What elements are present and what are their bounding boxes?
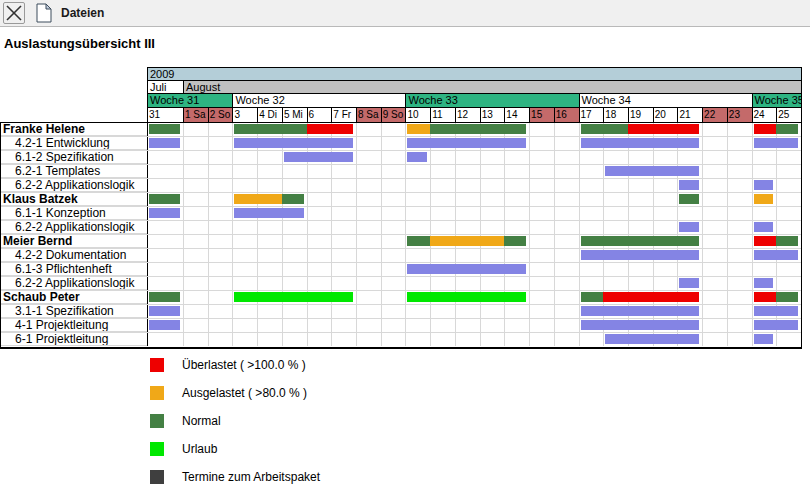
row-label: 6.2-2 Applikationslogik	[1, 277, 147, 290]
day-header-cell: 18	[603, 107, 628, 122]
task-bar	[407, 138, 526, 148]
utilization-bar	[234, 292, 353, 302]
day-header-cell: 20	[653, 107, 678, 122]
utilization-bar	[581, 124, 628, 134]
day-header-cell: 23	[727, 107, 752, 122]
day-header-cell: 25	[776, 107, 801, 122]
week-header-cell: Woche 32	[232, 93, 405, 107]
day-header-cell: 31	[147, 107, 183, 122]
legend-label: Urlaub	[182, 442, 217, 456]
day-header-cell: 15	[529, 107, 554, 122]
legend-swatch	[150, 442, 164, 456]
task-bar	[149, 138, 180, 148]
task-bar	[581, 306, 700, 316]
task-bar	[754, 306, 798, 316]
month-header-cell: Juli	[147, 80, 183, 93]
row-label: Meier Bernd	[1, 235, 147, 248]
legend-swatch	[150, 386, 164, 400]
day-header-cell: 7 Fr	[331, 107, 356, 122]
row-label: Franke Helene	[1, 123, 147, 136]
day-header-cell: 21	[677, 107, 702, 122]
day-header-cell: 17	[579, 107, 604, 122]
day-header-cell: 19	[628, 107, 653, 122]
task-bar	[284, 152, 353, 162]
utilization-bar	[628, 124, 699, 134]
utilization-bar	[430, 124, 526, 134]
legend-label: Termine zum Arbeitspaket	[182, 470, 320, 484]
day-header-cell: 1 Sa	[183, 107, 208, 122]
task-bar	[754, 320, 798, 330]
utilization-bar	[581, 292, 604, 302]
task-bar	[234, 138, 353, 148]
utilization-bar	[754, 292, 777, 302]
utilization-bar	[149, 292, 180, 302]
utilization-bar	[149, 124, 180, 134]
legend-swatch	[150, 414, 164, 428]
task-bar	[754, 138, 798, 148]
week-header-cell: Woche 34	[579, 93, 752, 107]
utilization-bar	[754, 236, 777, 246]
utilization-bar	[581, 236, 700, 246]
utilization-bar	[407, 124, 430, 134]
row-label: 3.1-1 Spezifikation	[1, 305, 147, 318]
day-header-cell: 5 Mi	[282, 107, 307, 122]
task-bar	[581, 250, 700, 260]
utilization-bar	[754, 124, 777, 134]
day-header-cell: 10	[405, 107, 430, 122]
day-header-cell: 24	[752, 107, 777, 122]
task-bar	[754, 222, 774, 232]
task-bar	[754, 278, 774, 288]
row-label: 6.1-1 Konzeption	[1, 207, 147, 220]
utilization-bar	[679, 194, 699, 204]
utilization-bar	[776, 124, 798, 134]
row-label: 6.2-2 Applikationslogik	[1, 179, 147, 192]
row-label: 6.1-2 Spezifikation	[1, 151, 147, 164]
legend-label: Ausgelastet ( >80.0 % )	[182, 386, 307, 400]
document-icon	[35, 3, 52, 23]
task-bar	[679, 278, 699, 288]
day-header-cell: 22	[702, 107, 727, 122]
utilization-bar	[282, 194, 304, 204]
row-label: 6.1-3 Pflichtenheft	[1, 263, 147, 276]
utilization-bar	[776, 236, 798, 246]
day-header-cell: 13	[480, 107, 505, 122]
task-bar	[605, 334, 699, 344]
task-bar	[407, 152, 427, 162]
task-bar	[754, 334, 774, 344]
task-bar	[149, 208, 180, 218]
utilization-bar	[407, 236, 430, 246]
legend-swatch	[150, 470, 164, 484]
day-header-cell: 16	[554, 107, 579, 122]
row-label: 4.2-1 Entwicklung	[1, 137, 147, 150]
task-bar	[581, 138, 700, 148]
task-bar	[581, 320, 700, 330]
day-header-cell: 6	[307, 107, 332, 122]
row-label: Schaub Peter	[1, 291, 147, 304]
week-header-cell: Woche 33	[405, 93, 578, 107]
day-header-cell: 3	[232, 107, 257, 122]
page-title: Auslastungsübersicht III	[4, 36, 155, 51]
close-button[interactable]	[3, 2, 25, 24]
utilization-bar	[754, 194, 774, 204]
task-bar	[407, 264, 526, 274]
toolbar: Dateien	[0, 0, 810, 27]
row-label: 6.2-1 Templates	[1, 165, 147, 178]
dateien-button[interactable]: Dateien	[31, 1, 108, 25]
day-header-cell: 4 Di	[257, 107, 282, 122]
day-header-cell: 11	[430, 107, 455, 122]
row-label: 6.2-2 Applikationslogik	[1, 221, 147, 234]
utilization-bar	[504, 236, 526, 246]
dateien-label: Dateien	[61, 6, 104, 20]
day-header-cell: 14	[504, 107, 529, 122]
week-header-cell: Woche 35	[752, 93, 801, 107]
task-bar	[149, 306, 180, 316]
day-header-cell: 12	[455, 107, 480, 122]
row-label: 4-1 Projektleitung	[1, 319, 147, 332]
utilization-bar	[234, 124, 306, 134]
task-bar	[679, 222, 699, 232]
header-border	[801, 67, 802, 122]
row-label: Klaus Batzek	[1, 193, 147, 206]
task-bar	[605, 166, 699, 176]
utilization-bar	[307, 124, 353, 134]
utilization-bar	[407, 292, 526, 302]
